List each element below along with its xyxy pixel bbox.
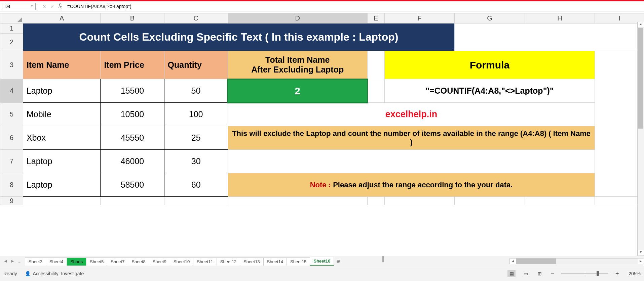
scroll-right-icon[interactable]: ► xyxy=(638,259,644,263)
cell-C4[interactable]: 50 xyxy=(164,79,228,103)
scroll-thumb-horizontal[interactable] xyxy=(516,259,556,264)
zoom-in-button[interactable]: + xyxy=(614,270,620,277)
sheet-tab-sheet4[interactable]: Sheet4 xyxy=(46,257,67,266)
header-item-name[interactable]: Item Name xyxy=(23,51,100,79)
new-sheet-button[interactable]: ⊕ xyxy=(334,257,343,265)
cell-C7[interactable]: 30 xyxy=(164,150,228,173)
scroll-track-horizontal[interactable] xyxy=(516,259,638,264)
zoom-slider[interactable] xyxy=(561,273,608,274)
sheet-tab-sheet7[interactable]: Sheet7 xyxy=(107,257,128,266)
title-cell[interactable]: Count Cells Excluding Specific Text ( In… xyxy=(23,24,454,51)
cell-blank-DH7[interactable] xyxy=(228,150,595,173)
row-header-5[interactable]: 5 xyxy=(0,103,23,126)
cell-A8[interactable]: Laptop xyxy=(23,173,100,197)
horizontal-scrollbar[interactable]: ◄ ► xyxy=(509,258,644,264)
scroll-thumb-vertical[interactable] xyxy=(638,28,643,129)
tab-nav-arrows[interactable]: ◄ ► … xyxy=(0,259,25,264)
cell-H9[interactable] xyxy=(525,197,595,205)
row-header-7[interactable]: 7 xyxy=(0,150,23,173)
cell-C8[interactable]: 60 xyxy=(164,173,228,197)
formula-display-cell[interactable]: "=COUNTIF(A4:A8,"<>Laptop")" xyxy=(384,79,595,103)
cell-B6[interactable]: 45550 xyxy=(101,126,164,150)
col-header-A[interactable]: A xyxy=(23,13,100,24)
row-header-9[interactable]: 9 xyxy=(0,197,23,205)
tab-nav-ellipsis[interactable]: … xyxy=(17,259,22,264)
col-header-B[interactable]: B xyxy=(101,13,164,24)
cell-blank-GHI12[interactable] xyxy=(455,24,644,51)
row-header-8[interactable]: 8 xyxy=(0,173,23,197)
scroll-up-icon[interactable]: ▲ xyxy=(638,22,644,28)
zoom-percent[interactable]: 205% xyxy=(629,271,641,276)
sheet-tab-sheet13[interactable]: Sheet13 xyxy=(240,257,263,266)
cell-A6[interactable]: Xbox xyxy=(23,126,100,150)
cell-B5[interactable]: 10500 xyxy=(101,103,164,126)
explain-cell[interactable]: This will exclude the Laptop and count t… xyxy=(228,126,595,150)
cell-A7[interactable]: Laptop xyxy=(23,150,100,173)
row-header-4[interactable]: 4 xyxy=(0,79,23,103)
view-page-layout-button[interactable]: ▭ xyxy=(522,270,530,277)
cell-C5[interactable]: 100 xyxy=(164,103,228,126)
sheet-tab-sheet14[interactable]: Sheet14 xyxy=(263,257,287,266)
col-header-C[interactable]: C xyxy=(164,13,228,24)
sheet-tab-sheet10[interactable]: Sheet10 xyxy=(170,257,193,266)
vertical-scrollbar[interactable]: ▲ ▼ xyxy=(637,22,644,256)
select-all-corner[interactable] xyxy=(0,13,23,24)
cell-F9[interactable] xyxy=(384,197,455,205)
watermark-cell[interactable]: excelhelp.in xyxy=(228,103,595,126)
zoom-out-button[interactable]: − xyxy=(550,270,555,277)
cell-E9[interactable] xyxy=(367,197,384,205)
sheet-tab-shoes[interactable]: Shoes xyxy=(67,257,86,266)
enter-icon[interactable]: ✓ xyxy=(50,4,54,9)
view-page-break-button[interactable]: ⊞ xyxy=(536,270,544,277)
col-header-F[interactable]: F xyxy=(384,13,455,24)
col-header-D[interactable]: D xyxy=(228,13,367,24)
sheet-tab-sheet9[interactable]: Sheet9 xyxy=(149,257,170,266)
formula-bar-input[interactable]: =COUNTIF(A4:A8,"<>Laptop") xyxy=(66,3,644,10)
sheet-tab-sheet16[interactable]: Sheet16 xyxy=(310,257,334,266)
cell-C9[interactable] xyxy=(164,197,228,205)
col-header-H[interactable]: H xyxy=(525,13,595,24)
name-box-dropdown-icon[interactable]: ▼ xyxy=(31,5,33,8)
scroll-down-icon[interactable]: ▼ xyxy=(638,250,644,256)
sheet-tab-sheet11[interactable]: Sheet11 xyxy=(193,257,217,266)
cell-C6[interactable]: 25 xyxy=(164,126,228,150)
tab-scroll-separator[interactable] xyxy=(382,256,384,262)
name-box[interactable]: D4 ▼ xyxy=(2,3,36,10)
row-header-3[interactable]: 3 xyxy=(0,51,23,79)
cell-A4[interactable]: Laptop xyxy=(23,79,100,103)
sheet-tab-sheet5[interactable]: Sheet5 xyxy=(86,257,107,266)
header-formula[interactable]: Formula xyxy=(384,51,595,79)
zoom-slider-knob[interactable] xyxy=(597,271,599,276)
accessibility-status[interactable]: 👤 Accessibility: Investigate xyxy=(25,271,84,276)
note-cell[interactable]: Note : Please adjust the range according… xyxy=(228,173,595,197)
sheet-tab-sheet15[interactable]: Sheet15 xyxy=(287,257,310,266)
cell-B9[interactable] xyxy=(101,197,164,205)
sheet-tab-sheet8[interactable]: Sheet8 xyxy=(128,257,149,266)
tab-nav-prev-icon[interactable]: ◄ xyxy=(3,259,8,264)
header-quantity[interactable]: Quantity xyxy=(164,51,228,79)
col-header-E[interactable]: E xyxy=(367,13,384,24)
row-header-1[interactable]: 1 xyxy=(0,24,23,34)
header-total-after-exclude[interactable]: Total Item Name After Excluding Laptop xyxy=(228,51,367,79)
cell-D4-result[interactable]: 2 xyxy=(228,79,367,103)
row-header-2[interactable]: 2 xyxy=(0,34,23,51)
col-header-I[interactable]: I xyxy=(595,13,644,24)
scroll-left-icon[interactable]: ◄ xyxy=(510,259,516,263)
header-item-price[interactable]: Item Price xyxy=(101,51,164,79)
cell-B8[interactable]: 58500 xyxy=(101,173,164,197)
worksheet-area[interactable]: A B C D E F G H I 1 Count Cells Excludin… xyxy=(0,13,644,256)
tab-nav-next-icon[interactable]: ► xyxy=(10,259,15,264)
cell-G9[interactable] xyxy=(455,197,525,205)
cell-B7[interactable]: 46000 xyxy=(101,150,164,173)
cell-D9[interactable] xyxy=(228,197,367,205)
cancel-icon[interactable]: ✕ xyxy=(42,4,46,9)
sheet-tab-sheet12[interactable]: Sheet12 xyxy=(217,257,240,266)
col-header-G[interactable]: G xyxy=(455,13,525,24)
sheet-tab-sheet3[interactable]: Sheet3 xyxy=(25,257,46,266)
row-header-6[interactable]: 6 xyxy=(0,126,23,150)
cell-A5[interactable]: Mobile xyxy=(23,103,100,126)
cell-A9[interactable] xyxy=(23,197,100,205)
cell-B4[interactable]: 15500 xyxy=(101,79,164,103)
cell-E3[interactable] xyxy=(367,51,384,79)
cell-I9[interactable] xyxy=(595,197,644,205)
